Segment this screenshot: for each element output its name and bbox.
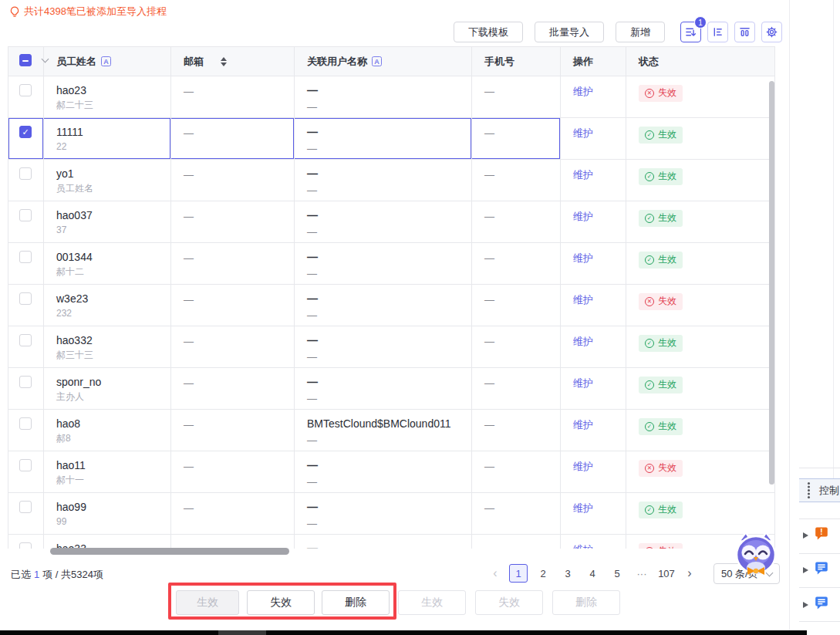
maintain-link[interactable]: 维护 xyxy=(573,461,593,472)
row-checkbox[interactable] xyxy=(19,417,32,430)
maintain-link[interactable]: 维护 xyxy=(573,502,593,514)
row-checkbox[interactable] xyxy=(19,501,32,513)
employee-name: hao332 xyxy=(56,334,164,347)
row-checkbox[interactable] xyxy=(19,376,32,388)
drag-handle-icon[interactable] xyxy=(808,489,810,491)
phone-value: — xyxy=(484,336,494,347)
row-checkbox[interactable] xyxy=(19,84,32,96)
vertical-scrollbar[interactable] xyxy=(769,81,774,485)
maintain-link[interactable]: 维护 xyxy=(573,419,593,431)
name-cell: 001344郝十二 xyxy=(44,243,171,285)
row-checkbox[interactable] xyxy=(19,126,32,138)
row-checkbox[interactable] xyxy=(19,334,32,346)
page-button-2[interactable]: 2 xyxy=(534,564,552,583)
batch-import-button[interactable]: 批量导入 xyxy=(535,22,604,42)
phone-value: — xyxy=(484,252,494,264)
row-checkbox[interactable] xyxy=(19,251,32,263)
status-cell: 生效 xyxy=(626,493,775,535)
console-entry[interactable] xyxy=(803,561,828,579)
console-entry[interactable]: ! xyxy=(803,526,828,544)
row-checkbox[interactable] xyxy=(19,209,32,221)
console-separator xyxy=(799,468,840,468)
settings-button[interactable] xyxy=(761,22,782,42)
delete-button[interactable]: 删除 xyxy=(322,590,390,615)
table-row: hao8郝8—BMTestClound$BMClound011——维护生效 xyxy=(8,410,775,451)
table-row: hao33————维护失效 xyxy=(8,535,775,549)
row-checkbox[interactable] xyxy=(19,459,32,471)
linked-user-subvalue: — xyxy=(307,434,465,447)
activate-button[interactable]: 生效 xyxy=(176,590,239,615)
table-row: hao332郝三十三————维护生效 xyxy=(8,326,775,368)
console-drawer-header[interactable]: 控制 xyxy=(799,478,840,502)
employee-name: hao8 xyxy=(56,417,164,431)
error-icon: ! xyxy=(815,526,828,544)
linked-user-cell: —— xyxy=(295,201,472,243)
column-split-button[interactable] xyxy=(734,22,755,42)
sort-arrows-icon[interactable] xyxy=(221,57,227,66)
owl-mascot[interactable] xyxy=(731,529,781,577)
phone-value: — xyxy=(484,86,494,97)
check-circle-icon xyxy=(645,172,654,181)
linked-user-value: — xyxy=(307,376,465,389)
maintain-link[interactable]: 维护 xyxy=(573,294,593,306)
linked-user-cell: —— xyxy=(295,326,472,368)
deactivate-button[interactable]: 失效 xyxy=(247,590,315,615)
select-all-checkbox[interactable] xyxy=(19,54,32,66)
email-cell: — xyxy=(171,451,295,493)
employee-name: hao23 xyxy=(56,84,164,97)
column-split-icon xyxy=(739,26,751,38)
deactivate-button-2[interactable]: 失效 xyxy=(475,590,543,615)
row-checkbox[interactable] xyxy=(19,542,32,549)
table-row: sponr_no主办人————维护生效 xyxy=(8,368,775,410)
download-template-button[interactable]: 下载模板 xyxy=(454,22,523,42)
email-cell: — xyxy=(171,410,295,451)
maintain-link[interactable]: 维护 xyxy=(573,211,593,222)
maintain-link[interactable]: 维护 xyxy=(573,127,593,139)
import-schedule-button[interactable]: 1 xyxy=(680,22,701,42)
maintain-link[interactable]: 维护 xyxy=(573,86,593,97)
status-label: 失效 xyxy=(658,461,676,475)
maintain-link[interactable]: 维护 xyxy=(573,252,593,264)
page-button-107[interactable]: 107 xyxy=(657,564,676,583)
maintain-link[interactable]: 维护 xyxy=(573,336,593,347)
activate-button-2[interactable]: 生效 xyxy=(398,590,466,615)
phone-cell: — xyxy=(472,451,561,493)
page-button-4[interactable]: 4 xyxy=(583,564,602,583)
phone-cell: — xyxy=(472,410,561,451)
phone-value: — xyxy=(484,294,494,306)
page-button-5[interactable]: 5 xyxy=(608,564,626,583)
row-checkbox[interactable] xyxy=(19,292,32,305)
check-circle-icon xyxy=(645,214,654,223)
maintain-link[interactable]: 维护 xyxy=(573,544,593,549)
checkbox-cell xyxy=(8,76,44,118)
expand-triangle-icon[interactable] xyxy=(803,532,808,539)
horizontal-scrollbar[interactable] xyxy=(50,548,289,555)
linked-user-value: BMTestClound$BMClound011 xyxy=(307,417,465,431)
employee-name: yo1 xyxy=(56,167,164,181)
maintain-link[interactable]: 维护 xyxy=(573,169,593,181)
row-checkbox[interactable] xyxy=(19,167,32,180)
phone-cell: — xyxy=(472,160,561,201)
table-row: hao9999————维护生效 xyxy=(8,493,775,535)
prev-page-button[interactable]: ‹ xyxy=(487,564,503,583)
delete-button-2[interactable]: 删除 xyxy=(552,590,620,615)
maintain-link[interactable]: 维护 xyxy=(573,377,593,389)
message-bubble-icon xyxy=(815,596,828,610)
status-label: 生效 xyxy=(658,420,676,433)
table-row: hao11郝十一————维护失效 xyxy=(8,451,775,493)
chevron-down-icon[interactable] xyxy=(42,56,49,63)
expand-triangle-icon[interactable] xyxy=(803,567,808,573)
taskbar-strip-segment xyxy=(218,630,266,635)
import-notice: 共计4398笔已被添加至导入排程 xyxy=(9,5,167,19)
expand-triangle-icon[interactable] xyxy=(803,602,808,608)
page-button-1[interactable]: 1 xyxy=(509,564,528,583)
table-row: w3e23232————维护失效 xyxy=(8,285,775,326)
console-entry[interactable] xyxy=(803,596,828,613)
next-page-button[interactable]: › xyxy=(682,564,697,583)
add-button[interactable]: 新增 xyxy=(616,22,665,42)
sort-order-button[interactable] xyxy=(707,22,728,42)
error-bubble-icon: ! xyxy=(815,526,828,541)
linked-user-subvalue: — xyxy=(307,100,465,113)
table-row: 1111122————维护生效 xyxy=(8,118,775,160)
page-button-3[interactable]: 3 xyxy=(558,564,577,583)
